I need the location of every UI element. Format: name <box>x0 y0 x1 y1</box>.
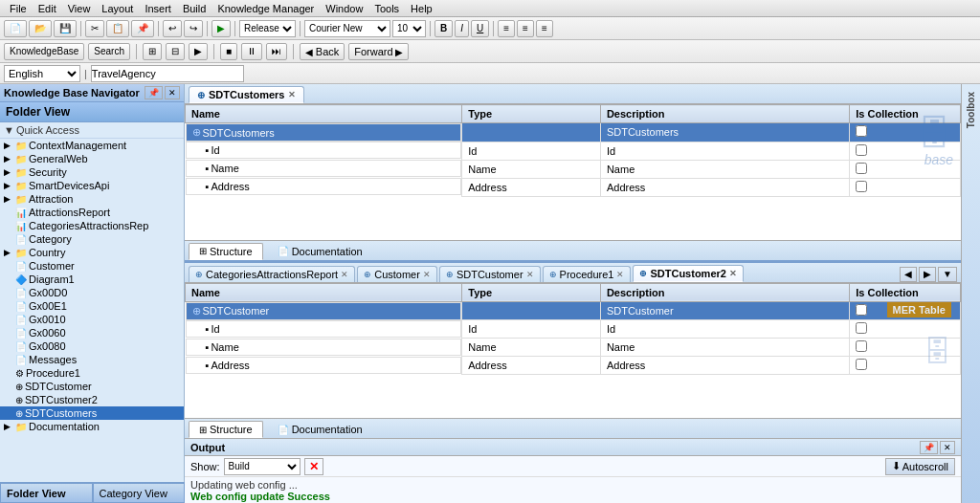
tree-item[interactable]: ▶📁SmartDevicesApi <box>0 179 184 192</box>
tab-categories[interactable]: ⊕ CategoriesAttractionsReport ✕ <box>189 266 355 282</box>
lower-row-0[interactable]: ⊕ SDTCustomer SDTCustomer <box>186 301 961 320</box>
tab-sdtcustomers-close[interactable]: ✕ <box>288 90 296 99</box>
kb-button[interactable]: KnowledgeBase <box>4 43 84 60</box>
menu-insert[interactable]: Insert <box>139 3 177 14</box>
paste-button[interactable]: 📌 <box>131 20 154 37</box>
tree-item[interactable]: ▶📁Security <box>0 165 184 179</box>
tree-item[interactable]: ▶📁GeneralWeb <box>0 152 184 165</box>
open-button[interactable]: 📂 <box>29 20 52 37</box>
save-button[interactable]: 💾 <box>54 20 77 37</box>
folder-view-bar-btn[interactable]: Folder View <box>0 483 93 503</box>
lrow3-checkbox[interactable] <box>856 359 867 370</box>
tab-procedure1-close[interactable]: ✕ <box>616 270 624 279</box>
align-right-button[interactable]: ≡ <box>536 20 553 37</box>
tree-item[interactable]: ⊕SDTCustomer2 <box>0 393 184 406</box>
tree-item[interactable]: 📄Messages <box>0 353 184 366</box>
row3-checkbox[interactable] <box>856 181 867 192</box>
tree-item[interactable]: 📄Gx00D0 <box>0 286 184 299</box>
tree-item[interactable]: ⊕SDTCustomer <box>0 380 184 393</box>
lower-documentation-tab[interactable]: 📄 Documentation <box>267 421 373 438</box>
tab-sdtcustomer2[interactable]: ⊕ SDTCustomer2 ✕ <box>633 265 743 282</box>
tree-item[interactable]: 🔷Diagram1 <box>0 273 184 286</box>
tab-categories-close[interactable]: ✕ <box>341 270 348 279</box>
upper-row-0[interactable]: ⊕ SDTCustomers SDTCustomers <box>186 123 961 142</box>
font-select[interactable]: Courier New <box>304 20 390 37</box>
underline-button[interactable]: U <box>471 20 489 37</box>
lang-select[interactable]: English <box>4 65 80 82</box>
tab-procedure1[interactable]: ⊕ Procedure1 ✕ <box>543 266 632 282</box>
panel-close-button[interactable]: ✕ <box>165 86 180 99</box>
menu-knowledge-manager[interactable]: Knowledge Manager <box>212 3 320 14</box>
tab-customer-close[interactable]: ✕ <box>423 270 431 279</box>
lrow0-checkbox[interactable] <box>856 304 867 316</box>
lower-row-2[interactable]: ▪ Name Name Name <box>186 339 961 357</box>
tree-item[interactable]: ⚙Procedure1 <box>0 366 184 380</box>
menu-view[interactable]: View <box>62 3 97 14</box>
tree-item[interactable]: ▶📁Country <box>0 246 184 259</box>
tab-nav-right[interactable]: ▶ <box>919 267 936 282</box>
tree-item[interactable]: ▶📁ContextManagement <box>0 139 184 152</box>
panel-pin-button[interactable]: 📌 <box>145 86 163 99</box>
tab-nav-down[interactable]: ▼ <box>938 267 957 282</box>
forward-nav-button[interactable]: Forward ▶ <box>348 43 409 60</box>
tree-item[interactable]: 📄Gx0080 <box>0 339 184 353</box>
menu-window[interactable]: Window <box>320 3 368 14</box>
tab-nav-left[interactable]: ◀ <box>900 267 917 282</box>
back-nav-button[interactable]: ◀ Back <box>300 43 345 60</box>
quick-access-expand[interactable]: ▼ <box>4 124 14 136</box>
category-view-bar-btn[interactable]: Category View <box>93 483 186 503</box>
redo-button[interactable]: ↪ <box>184 20 203 37</box>
lower-row-1[interactable]: ▪ Id Id Id <box>186 320 961 339</box>
new-button[interactable]: 📄 <box>4 20 27 37</box>
tab-sdtcustomers[interactable]: ⊕ SDTCustomers ✕ <box>189 86 304 103</box>
row0-checkbox[interactable] <box>856 125 867 137</box>
upper-row-1[interactable]: ▪ Id Id Id <box>186 142 961 160</box>
autoscroll-button[interactable]: ⬇ Autoscroll <box>885 458 955 475</box>
menu-help[interactable]: Help <box>405 3 438 14</box>
row1-checkbox[interactable] <box>856 144 867 156</box>
align-center-button[interactable]: ≡ <box>517 20 534 37</box>
kb-path-input[interactable] <box>91 65 244 82</box>
run-button[interactable]: ▶ <box>212 20 231 37</box>
align-left-button[interactable]: ≡ <box>498 20 515 37</box>
menu-build[interactable]: Build <box>177 3 212 14</box>
upper-documentation-tab[interactable]: 📄 Documentation <box>267 243 373 260</box>
bold-button[interactable]: B <box>434 20 453 37</box>
tb2-btn3[interactable]: ▶ <box>189 43 208 60</box>
tab-customer[interactable]: ⊕ Customer ✕ <box>357 266 437 282</box>
pause-button[interactable]: ⏸ <box>241 43 262 60</box>
tree-item[interactable]: 📊AttractionsReport <box>0 206 184 219</box>
undo-button[interactable]: ↩ <box>163 20 182 37</box>
search-button[interactable]: Search <box>88 43 130 60</box>
copy-button[interactable]: 📋 <box>106 20 129 37</box>
tab-sdtcustomer[interactable]: ⊕ SDTCustomer ✕ <box>439 266 541 282</box>
upper-row-3[interactable]: ▪ Address Address Address <box>186 178 961 196</box>
output-show-select[interactable]: Build <box>224 458 301 475</box>
italic-button[interactable]: I <box>455 20 469 37</box>
build-select[interactable]: Release <box>239 20 296 37</box>
lrow2-checkbox[interactable] <box>856 340 867 352</box>
lrow1-checkbox[interactable] <box>856 322 867 334</box>
stop-button[interactable]: ■ <box>220 43 237 60</box>
output-pin-button[interactable]: 📌 <box>920 441 938 454</box>
menu-edit[interactable]: Edit <box>33 3 62 14</box>
upper-structure-tab[interactable]: ⊞ Structure <box>189 243 263 260</box>
menu-layout[interactable]: Layout <box>96 3 139 14</box>
output-clear-button[interactable]: ✕ <box>304 458 323 475</box>
tab-sdtcustomer-close[interactable]: ✕ <box>526 270 534 279</box>
output-close-button[interactable]: ✕ <box>940 441 955 454</box>
size-select[interactable]: 10 <box>392 20 426 37</box>
tab-sdtcustomer2-close[interactable]: ✕ <box>729 269 737 278</box>
row2-checkbox[interactable] <box>856 163 867 174</box>
tree-item[interactable]: 📄Gx0060 <box>0 326 184 339</box>
tree-item[interactable]: 📊CategoriesAttractionsRep <box>0 219 184 232</box>
tree-item[interactable]: 📄Gx0010 <box>0 313 184 326</box>
tree-item[interactable]: 📄Gx00E1 <box>0 299 184 313</box>
tree-item[interactable]: 📄Customer <box>0 259 184 273</box>
tree-item[interactable]: ▶📁Attraction <box>0 192 184 206</box>
tree-item[interactable]: ▶📁Documentation <box>0 420 184 433</box>
cut-button[interactable]: ✂ <box>85 20 104 37</box>
step-button[interactable]: ⏭ <box>266 43 287 60</box>
lower-row-3[interactable]: ▪ Address Address Address <box>186 357 961 375</box>
upper-row-2[interactable]: ▪ Name Name Name <box>186 160 961 178</box>
